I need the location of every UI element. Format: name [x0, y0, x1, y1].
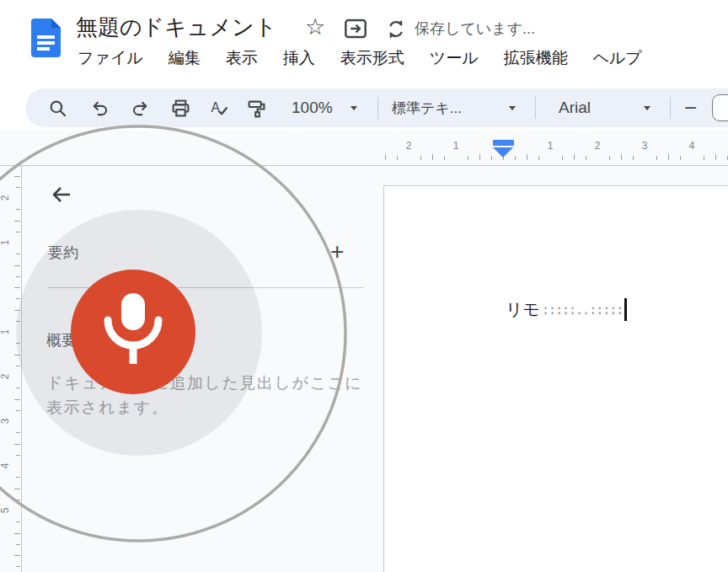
- v-ruler-number: 2: [0, 374, 11, 380]
- h-ruler-tick: [633, 156, 634, 160]
- h-ruler-tick: [420, 156, 421, 160]
- undo-icon[interactable]: [90, 99, 110, 118]
- h-ruler-number: 4: [689, 140, 695, 152]
- v-ruler-number: 4: [0, 463, 11, 469]
- v-ruler-number: 2: [0, 195, 11, 201]
- v-ruler-tick: [16, 500, 20, 500]
- text-cursor: [624, 298, 627, 321]
- menu-tools[interactable]: ツール: [430, 47, 479, 69]
- print-icon[interactable]: [171, 99, 190, 118]
- menu-help[interactable]: ヘルプ: [593, 47, 642, 69]
- h-ruler-tick: [680, 156, 681, 160]
- summary-section-label: 要約: [48, 243, 78, 263]
- star-icon[interactable]: ☆: [305, 13, 325, 40]
- v-ruler-tick: [16, 366, 20, 366]
- google-docs-window: 無題のドキュメント ☆ 保存しています... ファイル 編集 表示 挿入 表示形…: [0, 0, 728, 572]
- h-ruler-tick: [656, 156, 657, 160]
- close-panel-back-arrow-icon[interactable]: [49, 182, 74, 207]
- h-ruler-tick: [432, 154, 433, 160]
- h-ruler-tick: [574, 154, 575, 160]
- h-ruler-tick: [704, 156, 704, 160]
- docs-logo-icon[interactable]: [31, 19, 61, 57]
- v-ruler-tick: [16, 544, 20, 545]
- v-ruler-tick: [14, 555, 20, 556]
- paragraph-style-value[interactable]: 標準テキ...: [392, 88, 462, 127]
- sidebar-border-line: [21, 165, 22, 572]
- h-ruler-tick: [385, 154, 386, 160]
- move-to-folder-icon[interactable]: [344, 18, 367, 40]
- first-line-indent-marker[interactable]: [493, 140, 514, 146]
- typed-text: リモ: [506, 298, 540, 321]
- menu-bar: ファイル 編集 表示 挿入 表示形式 ツール 拡張機能 ヘルプ: [78, 47, 642, 69]
- h-ruler-tick: [515, 156, 516, 160]
- menu-insert[interactable]: 挿入: [283, 47, 315, 69]
- menu-file[interactable]: ファイル: [78, 47, 143, 69]
- v-ruler-tick: [16, 209, 20, 210]
- h-ruler-tick: [444, 156, 445, 160]
- toolbar-divider: [670, 97, 671, 119]
- font-dropdown-arrow-icon[interactable]: [644, 106, 650, 110]
- v-ruler-tick: [16, 477, 20, 478]
- h-ruler-tick: [527, 154, 527, 160]
- v-ruler-tick: [16, 343, 20, 344]
- spellcheck-icon[interactable]: A: [210, 99, 229, 118]
- font-size-input[interactable]: [712, 94, 728, 121]
- h-ruler-tick: [538, 156, 539, 160]
- ruler-border-line: [0, 165, 728, 166]
- menu-view[interactable]: 表示: [226, 47, 258, 69]
- h-ruler-tick: [609, 156, 610, 160]
- h-ruler-number: 1: [453, 140, 459, 152]
- v-ruler-number: 3: [0, 419, 11, 425]
- horizontal-ruler: 211234: [383, 135, 728, 165]
- redo-icon[interactable]: [131, 99, 150, 118]
- main-toolbar: A 100% 標準テキ... Arial −: [25, 88, 728, 127]
- h-ruler-tick: [586, 156, 586, 160]
- v-ruler-tick: [14, 355, 20, 355]
- h-ruler-tick: [397, 156, 398, 160]
- h-ruler-tick: [491, 156, 492, 160]
- document-page[interactable]: [383, 185, 728, 572]
- speech-interim-dots: :::::..:::::: [542, 302, 623, 318]
- v-ruler-tick: [16, 321, 20, 322]
- v-ruler-tick: [16, 432, 20, 433]
- font-family-value[interactable]: Arial: [559, 88, 591, 127]
- v-ruler-number: 1: [0, 240, 11, 246]
- v-ruler-tick: [14, 533, 20, 534]
- toolbar-divider: [377, 97, 378, 119]
- add-summary-button[interactable]: +: [330, 238, 344, 265]
- search-icon[interactable]: [48, 99, 67, 118]
- h-ruler-tick: [715, 154, 716, 160]
- left-indent-marker[interactable]: [493, 147, 513, 158]
- h-ruler-number: 2: [406, 140, 412, 152]
- v-ruler-tick: [14, 176, 20, 177]
- v-ruler-tick: [16, 232, 20, 233]
- sync-saving-icon[interactable]: [385, 19, 407, 40]
- v-ruler-tick: [16, 455, 20, 456]
- saving-status-text[interactable]: 保存しています...: [415, 19, 535, 39]
- vertical-ruler: 2112345: [0, 166, 21, 572]
- v-ruler-tick: [14, 265, 20, 266]
- v-ruler-tick: [14, 310, 20, 311]
- v-ruler-tick: [14, 287, 20, 288]
- toolbar-divider: [535, 97, 536, 119]
- v-ruler-number: 1: [0, 329, 11, 335]
- decrease-font-size-button[interactable]: −: [684, 88, 697, 127]
- v-ruler-tick: [16, 521, 20, 522]
- h-ruler-tick: [479, 154, 480, 160]
- v-ruler-number: 5: [0, 508, 11, 514]
- paint-format-icon[interactable]: [247, 99, 266, 118]
- v-ruler-tick: [16, 254, 20, 254]
- document-text-line: リモ :::::..:::::: [506, 298, 627, 321]
- microphone-button[interactable]: [71, 270, 195, 394]
- h-ruler-tick: [468, 156, 468, 160]
- style-dropdown-arrow-icon[interactable]: [509, 106, 516, 110]
- h-ruler-number: 1: [548, 140, 554, 152]
- h-ruler-tick: [668, 154, 669, 160]
- menu-extensions[interactable]: 拡張機能: [504, 47, 568, 69]
- menu-format[interactable]: 表示形式: [340, 47, 404, 69]
- v-ruler-tick: [14, 399, 20, 400]
- zoom-value[interactable]: 100%: [292, 88, 333, 127]
- zoom-dropdown-arrow-icon[interactable]: [351, 106, 357, 110]
- menu-edit[interactable]: 編集: [169, 47, 201, 69]
- document-title[interactable]: 無題のドキュメント: [76, 13, 276, 40]
